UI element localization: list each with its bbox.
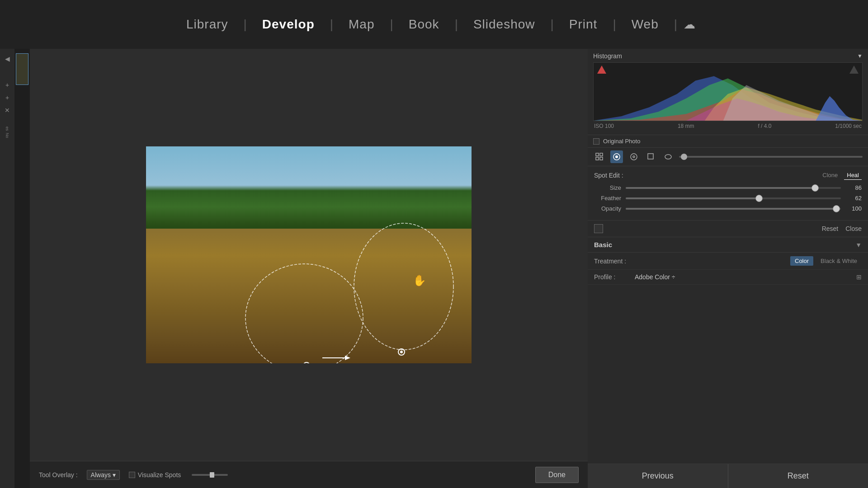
tool-overlay-slider[interactable] bbox=[679, 156, 863, 158]
size-value: 86 bbox=[845, 184, 862, 191]
sidebar-add-btn[interactable]: + bbox=[2, 80, 13, 90]
visualize-spots-checkbox[interactable] bbox=[129, 472, 135, 478]
filmstrip-thumb-1[interactable] bbox=[16, 53, 28, 85]
reset-button[interactable]: Reset bbox=[728, 464, 868, 488]
profile-row: Profile : Adobe Color ÷ ⊞ bbox=[588, 270, 868, 285]
nav-sep-6: | bbox=[611, 17, 618, 32]
spot-color-swatch[interactable] bbox=[594, 224, 603, 233]
histogram-iso: ISO 100 bbox=[594, 123, 614, 129]
histogram-title: Histogram bbox=[593, 52, 622, 60]
spot-bottom-row: Reset Close bbox=[588, 221, 868, 237]
spot-edit-title: Spot Edit : bbox=[594, 172, 623, 179]
opacity-slider-track[interactable] bbox=[626, 208, 841, 210]
cloud-icon[interactable]: ☁ bbox=[684, 18, 695, 32]
nav-library[interactable]: Library bbox=[173, 17, 242, 32]
clone-mode-btn[interactable]: Clone bbox=[820, 171, 840, 180]
bottom-toolbar: Tool Overlay : Always ▾ Visualize Spots … bbox=[30, 461, 588, 488]
sidebar-close-btn[interactable]: ✕ bbox=[2, 105, 13, 116]
nav-web[interactable]: Web bbox=[618, 17, 672, 32]
treatment-label: Treatment : bbox=[594, 258, 790, 265]
profile-grid-btn[interactable]: ⊞ bbox=[856, 273, 862, 281]
histogram-shutter: 1/1000 sec bbox=[835, 123, 862, 129]
nav-sep-4: | bbox=[453, 17, 460, 32]
nav-map[interactable]: Map bbox=[335, 17, 388, 32]
profile-value[interactable]: Adobe Color ÷ bbox=[635, 273, 675, 281]
treatment-buttons: Color Black & White bbox=[790, 256, 862, 266]
color-btn[interactable]: Color bbox=[790, 256, 813, 266]
svg-rect-13 bbox=[600, 157, 603, 160]
spot-edit-panel: Spot Edit : Clone Heal Size 86 Feather 6… bbox=[588, 166, 868, 221]
svg-rect-10 bbox=[596, 153, 599, 156]
opacity-slider-thumb bbox=[833, 205, 840, 212]
histogram-focal: 18 mm bbox=[678, 123, 694, 129]
original-photo-label: Original Photo bbox=[603, 138, 640, 145]
spot-mode-buttons: Clone Heal bbox=[820, 171, 862, 180]
visualize-spots-area: Visualize Spots bbox=[129, 471, 181, 479]
basic-panel-dropdown[interactable]: ▼ bbox=[855, 241, 862, 249]
opacity-label: Opacity bbox=[594, 205, 626, 212]
size-slider-row: Size 86 bbox=[594, 184, 862, 191]
size-slider-fill bbox=[626, 187, 815, 189]
size-slider-track[interactable] bbox=[626, 187, 841, 189]
nav-print[interactable]: Print bbox=[556, 17, 611, 32]
histogram-dropdown[interactable]: ▼ bbox=[857, 53, 863, 59]
tool-radial[interactable] bbox=[662, 150, 675, 163]
size-slider-thumb bbox=[811, 184, 819, 192]
main-area: ✋ Tool Overlay : Always ▾ Visualize Spot… bbox=[30, 49, 588, 488]
histogram-svg bbox=[594, 63, 862, 121]
left-sidebar: ◀ + + ✕ es No bbox=[0, 49, 14, 488]
visualize-slider[interactable] bbox=[192, 474, 228, 476]
histogram-header: Histogram ▼ bbox=[593, 52, 863, 60]
nav-sep-7: | bbox=[672, 17, 679, 32]
sidebar-text-no: No bbox=[5, 133, 9, 138]
spot-action-buttons: Reset Close bbox=[822, 225, 862, 232]
svg-point-17 bbox=[633, 156, 635, 158]
tools-row bbox=[588, 148, 868, 166]
tool-spot-clone[interactable] bbox=[627, 150, 640, 163]
filmstrip-left bbox=[14, 49, 30, 488]
feather-slider-track[interactable] bbox=[626, 197, 841, 199]
histogram-canvas bbox=[593, 62, 863, 121]
nav-sep-3: | bbox=[388, 17, 395, 32]
visualize-spots-label: Visualize Spots bbox=[138, 471, 181, 479]
tool-grid[interactable] bbox=[593, 150, 606, 163]
done-button[interactable]: Done bbox=[535, 467, 579, 483]
original-photo-row: Original Photo bbox=[588, 135, 868, 148]
sidebar-collapse-btn[interactable]: ◀ bbox=[2, 53, 13, 64]
profile-label: Profile : bbox=[594, 273, 635, 281]
svg-point-15 bbox=[615, 155, 618, 158]
feather-slider-fill bbox=[626, 197, 759, 199]
bw-btn[interactable]: Black & White bbox=[816, 256, 862, 266]
nav-slideshow[interactable]: Slideshow bbox=[460, 17, 549, 32]
size-label: Size bbox=[594, 184, 626, 191]
svg-point-19 bbox=[665, 155, 671, 159]
photo-wrapper: ✋ bbox=[146, 146, 472, 363]
photo-canvas: ✋ bbox=[30, 49, 588, 461]
field-layer bbox=[146, 229, 472, 363]
opacity-value: 100 bbox=[845, 205, 862, 212]
heal-mode-btn[interactable]: Heal bbox=[844, 171, 862, 180]
visualize-slider-thumb bbox=[210, 472, 214, 478]
nav-develop[interactable]: Develop bbox=[249, 17, 328, 32]
photo-background bbox=[146, 146, 472, 363]
spot-edit-header: Spot Edit : Clone Heal bbox=[594, 171, 862, 180]
prev-reset-row: Previous Reset bbox=[588, 464, 868, 488]
nav-sep-2: | bbox=[328, 17, 335, 32]
basic-title: Basic bbox=[594, 241, 612, 249]
previous-button[interactable]: Previous bbox=[588, 464, 728, 488]
sidebar-add-btn-2[interactable]: + bbox=[2, 92, 13, 103]
original-photo-checkbox[interactable] bbox=[593, 138, 599, 145]
nav-sep-1: | bbox=[242, 17, 249, 32]
nav-book[interactable]: Book bbox=[395, 17, 453, 32]
spot-close-btn[interactable]: Close bbox=[845, 225, 862, 232]
opacity-slider-row: Opacity 100 bbox=[594, 205, 862, 212]
overlay-dropdown[interactable]: Always ▾ bbox=[87, 470, 120, 480]
histogram-aperture: f / 4.0 bbox=[758, 123, 771, 129]
svg-rect-18 bbox=[648, 154, 653, 159]
spot-reset-btn[interactable]: Reset bbox=[822, 225, 839, 232]
tool-crop[interactable] bbox=[645, 150, 657, 163]
tool-spot-heal[interactable] bbox=[610, 150, 623, 163]
feather-slider-row: Feather 62 bbox=[594, 195, 862, 202]
svg-rect-11 bbox=[600, 153, 603, 156]
histogram-meta: ISO 100 18 mm f / 4.0 1/1000 sec bbox=[593, 121, 863, 131]
